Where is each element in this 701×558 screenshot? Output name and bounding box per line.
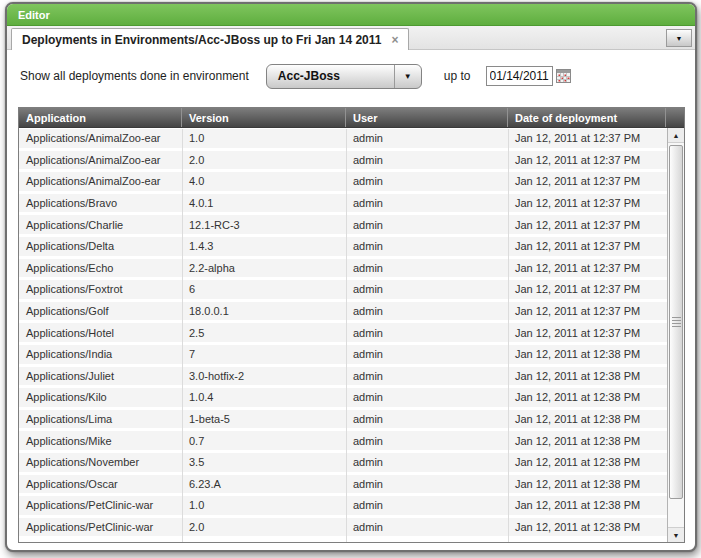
scroll-down-button[interactable]: ▼ — [668, 527, 684, 542]
cell-application: Applications/Echo — [19, 259, 182, 278]
table-row[interactable]: Applications/Foxtrot 6 admin Jan 12, 201… — [19, 280, 667, 302]
cell-application: Applications/Mike — [19, 431, 182, 450]
cell-date: Jan 12, 2011 at 12:37 PM — [508, 302, 667, 321]
table-row[interactable]: Applications/PetClinic-war 1.0 admin Jan… — [19, 496, 667, 518]
cell-date: Jan 12, 2011 at 12:37 PM — [508, 237, 667, 256]
cell-date: Jan 12, 2011 at 12:37 PM — [508, 129, 667, 148]
cell-version: 6 — [182, 280, 346, 299]
table-row[interactable]: Applications/AnimalZoo-ear 1.0 admin Jan… — [19, 129, 667, 151]
cell-application: Applications/Foxtrot — [19, 280, 182, 299]
table-row[interactable]: Applications/Lima 1-beta-5 admin Jan 12,… — [19, 410, 667, 432]
table-row[interactable]: Applications/AnimalZoo-ear 4.0 admin Jan… — [19, 172, 667, 194]
cell-date: Jan 12, 2011 at 12:37 PM — [508, 215, 667, 234]
scroll-down-icon: ▼ — [673, 532, 680, 539]
scrollbar-thumb[interactable] — [669, 145, 683, 499]
cell-user: admin — [346, 367, 508, 386]
scroll-up-button[interactable]: ▲ — [668, 128, 684, 143]
cell-user: admin — [346, 345, 508, 364]
cell-date: Jan 12, 2011 at 12:38 PM — [508, 496, 667, 515]
cell-version: 0.7 — [182, 431, 346, 450]
table-header-row: Application Version User Date of deploym… — [19, 108, 684, 128]
cell-version: 2.2-alpha — [182, 259, 346, 278]
environment-filter-label: Show all deployments done in environment — [20, 69, 249, 83]
vertical-scrollbar[interactable]: ▲ ▼ — [667, 128, 684, 542]
cell-date: Jan 12, 2011 at 12:37 PM — [508, 323, 667, 342]
cell-version: 4.0 — [182, 172, 346, 191]
cell-application: Applications/AnimalZoo-ear — [19, 151, 182, 170]
table-row[interactable]: Applications/Mike 0.7 admin Jan 12, 2011… — [19, 431, 667, 453]
column-divider — [508, 129, 509, 542]
cell-date: Jan 12, 2011 at 12:38 PM — [508, 345, 667, 364]
up-to-label: up to — [444, 69, 471, 83]
table-row[interactable]: Applications/India 7 admin Jan 12, 2011 … — [19, 345, 667, 367]
cell-application: Applications/Delta — [19, 237, 182, 256]
table-row[interactable]: Applications/Echo 2.2-alpha admin Jan 12… — [19, 259, 667, 281]
cell-date: Jan 12, 2011 at 12:37 PM — [508, 259, 667, 278]
cell-date: Jan 12, 2011 at 12:38 PM — [508, 518, 667, 537]
cell-version: 12.1-RC-3 — [182, 215, 346, 234]
cell-application: Applications/Lima — [19, 410, 182, 429]
column-divider — [346, 129, 347, 542]
cell-application: Applications/Hotel — [19, 323, 182, 342]
date-input[interactable] — [486, 66, 553, 86]
table-row[interactable]: Applications/Bravo 4.0.1 admin Jan 12, 2… — [19, 194, 667, 216]
cell-version: 7 — [182, 345, 346, 364]
cell-application: Applications/AnimalZoo-ear — [19, 172, 182, 191]
table-row[interactable]: Applications/Delta 1.4.3 admin Jan 12, 2… — [19, 237, 667, 259]
column-header-version[interactable]: Version — [182, 108, 346, 127]
table-row[interactable]: Applications/AnimalZoo-ear 2.0 admin Jan… — [19, 151, 667, 173]
cell-version: 3.0-hotfix-2 — [182, 367, 346, 386]
cell-application: Applications/Oscar — [19, 475, 182, 494]
cell-version: 1.0.4 — [182, 388, 346, 407]
tab-close-icon[interactable]: × — [391, 35, 398, 45]
column-divider — [182, 129, 183, 542]
table-row[interactable]: Applications/Hotel 2.5 admin Jan 12, 201… — [19, 323, 667, 345]
column-header-date[interactable]: Date of deployment — [508, 108, 666, 127]
cell-user: admin — [346, 237, 508, 256]
table-row[interactable]: Applications/Golf 18.0.0.1 admin Jan 12,… — [19, 302, 667, 324]
cell-date: Jan 12, 2011 at 12:37 PM — [508, 194, 667, 213]
calendar-icon — [556, 69, 571, 83]
cell-application: Applications/Bravo — [19, 194, 182, 213]
cell-date: Jan 12, 2011 at 12:37 PM — [508, 172, 667, 191]
table-row[interactable]: Applications/Charlie 12.1-RC-3 admin Jan… — [19, 215, 667, 237]
cell-application: Applications/Golf — [19, 302, 182, 321]
dropdown-arrow-icon: ▼ — [394, 65, 421, 88]
table-row[interactable]: Applications/Juliet 3.0-hotfix-2 admin J… — [19, 367, 667, 389]
cell-user: admin — [346, 410, 508, 429]
table-row[interactable]: Applications/Kilo 1.0.4 admin Jan 12, 20… — [19, 388, 667, 410]
calendar-button[interactable] — [556, 69, 571, 83]
cell-user: admin — [346, 172, 508, 191]
table-row[interactable]: Applications/Oscar 6.23.A admin Jan 12, … — [19, 475, 667, 497]
tab-deployments[interactable]: Deployments in Environments/Acc-JBoss up… — [11, 28, 409, 50]
cell-version: 2.5 — [182, 323, 346, 342]
cell-user: admin — [346, 129, 508, 148]
column-header-user[interactable]: User — [346, 108, 508, 127]
table-row[interactable]: Applications/November 3.5 admin Jan 12, … — [19, 453, 667, 475]
table-row[interactable]: Applications/PetClinic-war 2.0 admin Jan… — [19, 518, 667, 540]
deployments-table: Application Version User Date of deploym… — [18, 107, 685, 543]
cell-user: admin — [346, 302, 508, 321]
cell-date: Jan 12, 2011 at 12:38 PM — [508, 388, 667, 407]
cell-version: 4.0.1 — [182, 194, 346, 213]
cell-version: 18.0.0.1 — [182, 302, 346, 321]
tab-overflow-button[interactable]: ▼ — [666, 29, 692, 47]
cell-application: Applications/PetClinic-war — [19, 518, 182, 537]
environment-dropdown-value: Acc-JBoss — [267, 69, 394, 83]
cell-application: Applications/India — [19, 345, 182, 364]
column-header-spacer — [666, 108, 684, 127]
cell-version: 1.0 — [182, 129, 346, 148]
environment-dropdown[interactable]: Acc-JBoss ▼ — [266, 64, 422, 89]
cell-date: Jan 12, 2011 at 12:38 PM — [508, 475, 667, 494]
cell-user: admin — [346, 323, 508, 342]
cell-date: Jan 12, 2011 at 12:38 PM — [508, 367, 667, 386]
cell-date: Jan 12, 2011 at 12:37 PM — [508, 280, 667, 299]
cell-user: admin — [346, 215, 508, 234]
window-title: Editor — [18, 9, 50, 21]
column-header-application[interactable]: Application — [19, 108, 182, 127]
cell-version: 3.5 — [182, 453, 346, 472]
cell-user: admin — [346, 280, 508, 299]
chevron-down-icon: ▼ — [676, 35, 683, 42]
tab-label: Deployments in Environments/Acc-JBoss up… — [22, 33, 381, 47]
cell-date: Jan 12, 2011 at 12:38 PM — [508, 410, 667, 429]
